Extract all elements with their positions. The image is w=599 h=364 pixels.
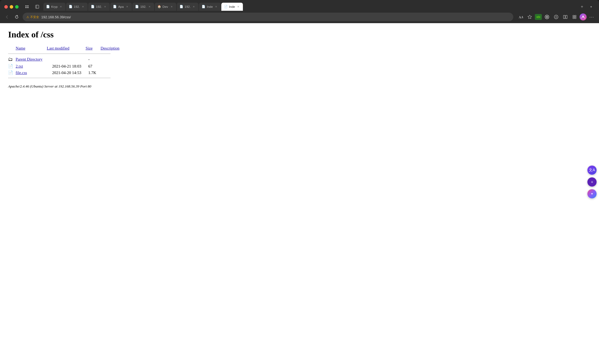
tab-tab4[interactable]: 📄 Apa ✕ <box>110 3 132 11</box>
tab-close-icon[interactable]: ✕ <box>59 5 63 9</box>
close-button[interactable] <box>4 5 8 9</box>
desc-sort-link[interactable]: Description <box>101 46 119 50</box>
maximize-button[interactable] <box>15 5 19 9</box>
tab-close-icon[interactable]: ✕ <box>192 5 196 9</box>
browser-copilot-icon[interactable] <box>552 13 560 21</box>
file-icon-cell: 📄 <box>8 63 16 69</box>
file-icon: 📄 <box>8 71 13 75</box>
tab-label: 192. <box>74 5 80 8</box>
url-text[interactable]: 192.168.56.39/css/ <box>41 15 510 19</box>
file-table: Name Last modified Size Description 🗂 Pa <box>8 45 125 80</box>
file-desc-cell <box>101 56 125 63</box>
reader-button[interactable]: ≡ <box>587 177 597 187</box>
tab-tab5[interactable]: 📄 192. ✕ <box>132 3 154 11</box>
tab-tab6[interactable]: 🏠 Dev ✕ <box>155 3 176 11</box>
table-header-row: Name Last modified Size Description <box>8 45 125 52</box>
modified-sort-link[interactable]: Last modified <box>47 46 70 50</box>
file-size-cell: 67 <box>85 63 101 69</box>
toolbar-icons: 𝐀𝐀 </> <box>517 13 596 21</box>
tab-close-icon[interactable]: ✕ <box>170 5 174 9</box>
tab-close-icon[interactable]: ✕ <box>103 5 107 9</box>
svg-rect-9 <box>566 15 567 19</box>
file-link[interactable]: file.css <box>16 71 27 75</box>
svg-point-14 <box>582 16 584 17</box>
table-row: 📄 2.txt 2021-04-21 18:03 67 <box>8 63 125 69</box>
table-row: 📄 file.css 2021-04-20 14:53 1.7K <box>8 69 125 76</box>
extensions-icon[interactable]: </> <box>535 14 542 20</box>
tab-label: Inde <box>207 5 213 8</box>
file-modified-cell: 2021-04-21 18:03 <box>47 63 86 69</box>
page-title: Index of /css <box>8 30 591 40</box>
tab-favicon: 📄 <box>69 5 73 9</box>
profile-avatar[interactable] <box>580 13 587 20</box>
traffic-lights <box>4 5 19 9</box>
file-link[interactable]: Parent Directory <box>16 57 43 61</box>
tab-label: Dev <box>163 5 168 8</box>
svg-rect-4 <box>36 5 39 8</box>
file-name-cell: file.css <box>16 69 47 76</box>
svg-rect-11 <box>575 15 576 17</box>
refresh-button[interactable] <box>13 13 20 21</box>
tab-tab3[interactable]: 📄 192. ✕ <box>88 3 110 11</box>
tab-favicon: 📄 <box>224 5 228 9</box>
file-size-cell: - <box>85 56 101 63</box>
tab-favicon: 📄 <box>202 5 205 9</box>
file-modified-cell: 2021-04-20 14:53 <box>47 69 86 76</box>
tab-tab1[interactable]: 📄 Kryp ✕ <box>43 3 66 11</box>
svg-rect-2 <box>25 7 27 8</box>
tab-strip-icon[interactable] <box>23 3 31 10</box>
svg-rect-1 <box>27 5 29 6</box>
tab-tab7[interactable]: 📄 192. ✕ <box>177 3 198 11</box>
tab-close-icon[interactable]: ✕ <box>148 5 152 9</box>
name-col-header: Name <box>16 45 47 52</box>
tab-tab2[interactable]: 📄 192. ✕ <box>66 3 88 11</box>
file-icon-cell: 📄 <box>8 69 16 76</box>
tab-favicon: 📄 <box>113 5 117 9</box>
file-desc-cell <box>101 63 125 69</box>
size-sort-link[interactable]: Size <box>85 46 92 50</box>
svg-rect-0 <box>25 5 27 6</box>
tab-dropdown[interactable]: ▾ <box>588 3 595 10</box>
tab-label: 192. <box>140 5 146 8</box>
folder-icon: 🗂 <box>8 57 13 62</box>
tab-favicon: 📄 <box>180 5 183 9</box>
ai-button[interactable]: ✦ <box>587 189 597 199</box>
name-sort-link[interactable]: Name <box>16 46 25 50</box>
tab-favicon: 📄 <box>46 5 50 9</box>
svg-rect-3 <box>27 7 29 8</box>
minimize-button[interactable] <box>10 5 13 9</box>
modified-col-header: Last modified <box>47 45 86 52</box>
table-row: 🗂 Parent Directory - <box>8 56 125 63</box>
read-aloud-icon[interactable]: 𝐀𝐀 <box>517 13 525 21</box>
stop-icon[interactable] <box>543 13 551 21</box>
tab-tab8[interactable]: 📄 Inde ✕ <box>199 3 221 11</box>
file-size-cell: 1.7K <box>85 69 101 76</box>
tab-close-icon[interactable]: ✕ <box>214 5 218 9</box>
sidebar-toggle[interactable] <box>33 3 41 10</box>
more-options-icon[interactable]: ··· <box>588 13 596 21</box>
favorites-icon[interactable] <box>526 13 534 21</box>
size-col-header: Size <box>85 45 101 52</box>
tab-label: Apa <box>118 5 124 8</box>
translate-button[interactable]: 文A <box>587 165 597 175</box>
url-bar[interactable]: ⚠ 不安全 192.168.56.39/css/ <box>23 13 513 21</box>
warning-icon: ⚠ <box>26 15 29 19</box>
split-view-icon[interactable] <box>561 13 569 21</box>
security-indicator: ⚠ 不安全 <box>26 15 39 19</box>
svg-rect-12 <box>573 17 574 19</box>
svg-text:𝐀𝐀: 𝐀𝐀 <box>519 15 523 19</box>
file-desc-cell <box>101 69 125 76</box>
desc-col-header: Description <box>101 45 125 52</box>
tab-close-icon[interactable]: ✕ <box>125 5 129 9</box>
tab-tab9[interactable]: 📄 Inde ✕ <box>221 3 243 11</box>
tab-label: Kryp <box>51 5 58 8</box>
back-button[interactable] <box>3 13 11 21</box>
tab-label: Inde <box>229 5 235 8</box>
file-icon-cell: 🗂 <box>8 56 16 63</box>
collections-icon[interactable] <box>570 13 579 21</box>
tab-label: 192. <box>185 5 191 8</box>
tab-close-icon[interactable]: ✕ <box>236 5 240 9</box>
tab-close-icon[interactable]: ✕ <box>81 5 85 9</box>
new-tab-button[interactable]: + <box>579 3 586 10</box>
file-link[interactable]: 2.txt <box>16 64 23 68</box>
